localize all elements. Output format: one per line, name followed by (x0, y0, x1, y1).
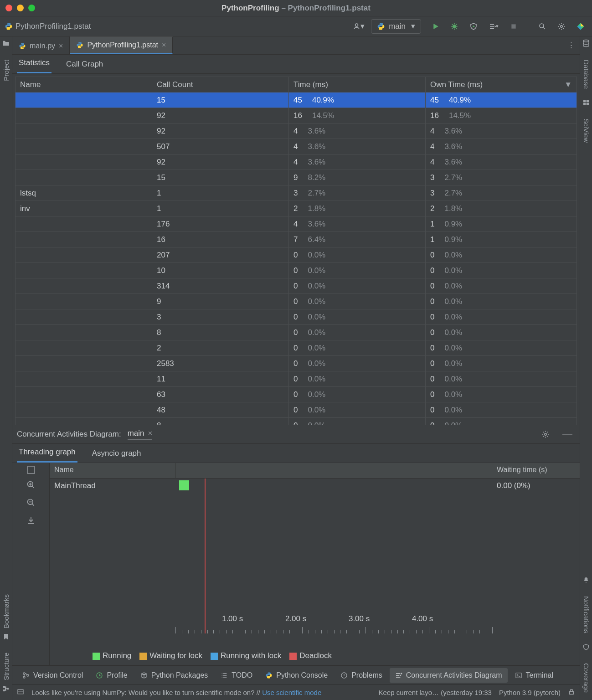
tool-coverage[interactable]: Coverage (582, 661, 590, 695)
more-run-button[interactable]: ▾ (486, 20, 501, 33)
close-tab-icon[interactable]: × (162, 41, 166, 49)
tool-todo[interactable]: TODO (215, 668, 258, 683)
table-row[interactable]: 900.0%00.0% (15, 294, 577, 309)
tool-project[interactable]: Project (2, 58, 10, 83)
structure-icon[interactable] (2, 685, 10, 695)
export-button[interactable] (26, 516, 36, 527)
stop-button[interactable] (507, 20, 520, 33)
table-row[interactable]: 200.0%00.0% (15, 340, 577, 356)
col-header-own[interactable]: Own Time (ms) ▼ (426, 77, 577, 93)
run-config-selector[interactable]: main ▾ (371, 19, 421, 34)
col-header-count[interactable]: Call Count (152, 77, 289, 93)
table-row[interactable]: 31400.0%00.0% (15, 278, 577, 294)
table-row[interactable]: 1676.4%10.9% (15, 232, 577, 247)
close-window-button[interactable] (5, 5, 12, 11)
tg-col-wait[interactable]: Waiting time (s) (492, 463, 580, 478)
tg-col-name[interactable]: Name (50, 463, 175, 478)
coverage-icon[interactable] (582, 643, 590, 653)
table-row[interactable]: 300.0%00.0% (15, 309, 577, 325)
title-file: PythonProfiling1.pstat (288, 4, 371, 12)
table-row[interactable]: 9243.6%43.6% (15, 124, 577, 139)
cell-time: 00.0% (289, 278, 426, 294)
table-row[interactable]: 1598.2%32.7% (15, 170, 577, 185)
tg-side-toolbar (12, 463, 50, 665)
cell-count: 10 (152, 263, 289, 278)
cell-count: 1 (152, 201, 289, 216)
table-row[interactable]: 6300.0%00.0% (15, 387, 577, 402)
cell-count: 9 (152, 294, 289, 309)
table-row[interactable]: 17643.6%10.9% (15, 216, 577, 232)
table-row[interactable]: lstsq132.7%32.7% (15, 185, 577, 201)
status-message[interactable]: Looks like you're using NumPy: Would you… (31, 689, 371, 696)
folder-icon[interactable] (2, 39, 10, 50)
editor-tab-pstat[interactable]: PythonProfiling1.pstat × (70, 36, 173, 54)
cell-count: 1 (152, 185, 289, 201)
status-window-icon[interactable] (17, 688, 24, 697)
playhead[interactable] (205, 479, 206, 633)
tool-bookmarks[interactable]: Bookmarks (2, 592, 10, 630)
bookmark-icon[interactable] (2, 633, 10, 643)
table-row[interactable]: 258300.0%00.0% (15, 356, 577, 371)
table-row[interactable]: 921614.5%1614.5% (15, 108, 577, 124)
tool-terminal[interactable]: Terminal (510, 668, 559, 683)
cell-name (15, 402, 152, 418)
thread-timeline[interactable]: 1.00 s 2.00 s 3.00 s 4.00 s (175, 479, 492, 633)
table-row[interactable]: 154540.9%4540.9% (15, 93, 577, 108)
close-tab-icon[interactable]: × (59, 42, 63, 50)
add-config-button[interactable]: ▾ (350, 20, 367, 33)
tool-vcs[interactable]: Version Control (17, 668, 88, 683)
tool-packages[interactable]: Python Packages (135, 668, 214, 683)
close-icon[interactable]: × (148, 429, 153, 438)
legend-waitlock: Waiting for lock (139, 651, 202, 660)
tab-threading-graph[interactable]: Threading graph (17, 448, 77, 463)
database-icon[interactable] (582, 39, 590, 50)
svg-point-12 (23, 676, 25, 678)
tool-profile[interactable]: Profile (90, 668, 133, 683)
conc-hide-button[interactable]: — (560, 427, 575, 441)
minimize-window-button[interactable] (17, 5, 24, 11)
zoom-window-button[interactable] (28, 5, 35, 11)
zoom-out-button[interactable] (26, 498, 36, 510)
table-row[interactable]: 800.0%00.0% (15, 325, 577, 340)
conc-chip[interactable]: main × (128, 429, 153, 440)
editor-tab-main[interactable]: main.py × (12, 36, 70, 54)
col-header-time[interactable]: Time (ms) (289, 77, 426, 93)
svg-rect-5 (3, 686, 5, 688)
conc-settings-button[interactable] (539, 427, 552, 441)
settings-button[interactable] (555, 20, 568, 33)
tool-structure[interactable]: Structure (2, 651, 10, 682)
sciview-icon[interactable] (582, 99, 590, 108)
col-header-name[interactable]: Name (15, 77, 152, 93)
navigation-breadcrumb[interactable]: PythonProfiling1.pstat (5, 22, 91, 31)
subtab-statistics[interactable]: Statistics (17, 58, 51, 73)
bell-icon[interactable] (582, 576, 590, 586)
status-interpreter[interactable]: Python 3.9 (pytorch) (499, 689, 561, 696)
tool-database[interactable]: Database (582, 58, 590, 91)
table-row[interactable]: inv121.8%21.8% (15, 201, 577, 216)
table-row[interactable]: 50743.6%43.6% (15, 139, 577, 154)
debug-button[interactable] (448, 20, 461, 33)
zoom-in-button[interactable] (26, 480, 36, 492)
search-everywhere-button[interactable] (535, 20, 549, 33)
editor-tabs-more[interactable]: ⋮ (563, 36, 580, 54)
table-row[interactable]: 1000.0%00.0% (15, 263, 577, 278)
tool-concurrent[interactable]: Concurrent Activities Diagram (390, 668, 508, 683)
table-row[interactable]: 20700.0%00.0% (15, 247, 577, 263)
stop-square-icon[interactable] (27, 466, 35, 474)
tab-asyncio-graph[interactable]: Asyncio graph (90, 449, 143, 463)
tool-sciview[interactable]: SciView (582, 117, 590, 144)
table-row[interactable]: 800.0%00.0% (15, 418, 577, 425)
table-row[interactable]: 9243.6%43.6% (15, 154, 577, 170)
subtab-callgraph[interactable]: Call Graph (64, 60, 105, 73)
tool-problems[interactable]: Problems (335, 668, 388, 683)
run-button[interactable] (428, 20, 442, 33)
ide-logo-icon[interactable] (574, 20, 587, 33)
table-row[interactable]: 1100.0%00.0% (15, 371, 577, 387)
table-row[interactable]: 4800.0%00.0% (15, 402, 577, 418)
tool-notifications[interactable]: Notifications (582, 594, 590, 635)
status-layout[interactable]: Keep current layo… (yesterday 19:33 (378, 689, 491, 696)
tg-row[interactable]: MainThread 1.00 s 2.00 s 3.00 s 4.00 s (50, 479, 580, 633)
coverage-run-button[interactable] (467, 20, 480, 33)
status-lock-icon[interactable] (568, 688, 575, 697)
tool-console[interactable]: Python Console (260, 668, 333, 683)
